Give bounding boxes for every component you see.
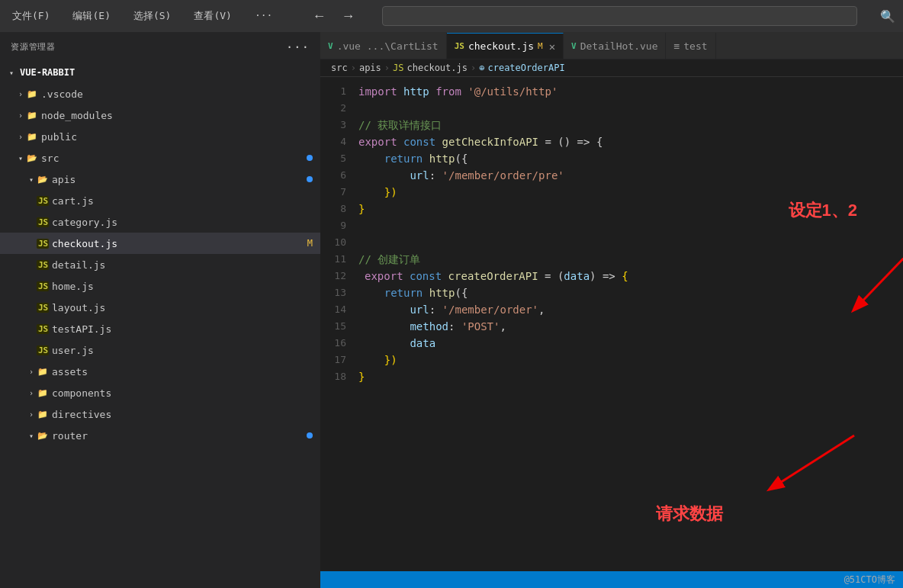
back-button[interactable]: ← xyxy=(307,7,330,26)
js-file-icon: JS xyxy=(37,194,49,207)
menu-more[interactable]: ··· xyxy=(250,6,277,26)
assets-label: assets xyxy=(52,366,88,378)
router-label: router xyxy=(52,430,88,442)
tab-detailhot[interactable]: V DetailHot.vue xyxy=(564,33,666,59)
sidebar-item-router[interactable]: ▾ 📂 router xyxy=(0,425,320,446)
directives-label: directives xyxy=(52,409,111,420)
components-label: components xyxy=(52,387,111,399)
menu-file[interactable]: 文件(F) xyxy=(8,6,54,26)
sidebar-item-assets[interactable]: › 📁 assets xyxy=(0,361,320,382)
tab-close-button[interactable]: ✕ xyxy=(549,40,555,53)
breadcrumb-apis: apis xyxy=(359,63,381,73)
svg-line-1 xyxy=(770,435,854,489)
js-file-icon: JS xyxy=(37,259,49,271)
breadcrumb-sep2: › xyxy=(384,63,390,73)
sidebar-item-vscode[interactable]: › 📁 .vscode xyxy=(0,83,320,104)
sidebar-item-cart[interactable]: JS cart.js xyxy=(0,190,320,211)
code-editor[interactable]: 1 import http from '@/utils/http' 2 3 //… xyxy=(320,77,903,571)
search-icon[interactable]: 🔍 xyxy=(880,9,895,24)
breadcrumb: src › apis › JS checkout.js › ⊕ createOr… xyxy=(320,59,903,77)
breadcrumb-file: checkout.js xyxy=(407,63,468,73)
checkout-label: checkout.js xyxy=(52,238,117,249)
code-line-13: 13 return http({ xyxy=(320,284,903,301)
src-modified-dot xyxy=(307,155,313,161)
nav-buttons: ← → xyxy=(307,7,359,26)
code-line-18: 18 } xyxy=(320,368,903,385)
folder-open-icon: 📂 xyxy=(37,429,49,442)
sidebar-item-checkout[interactable]: JS checkout.js M xyxy=(0,233,320,254)
vue-icon: V xyxy=(571,41,577,51)
js-file-icon: JS xyxy=(37,280,49,292)
breadcrumb-func: createOrderAPI xyxy=(487,63,564,73)
breadcrumb-src: src xyxy=(331,63,348,73)
menu-view[interactable]: 查看(V) xyxy=(189,6,236,26)
code-line-4: 4 export const getCheckInfoAPI = () => { xyxy=(320,133,903,150)
code-line-8: 8 } xyxy=(320,201,903,217)
menu-edit[interactable]: 编辑(E) xyxy=(68,6,114,26)
file-tree: ▾ VUE-RABBIT › 📁 .vscode › 📁 node_module… xyxy=(0,62,320,588)
titlebar: 文件(F) 编辑(E) 选择(S) 查看(V) ··· ← → 🔍 xyxy=(0,0,903,32)
folder-icon: 📁 xyxy=(26,109,38,121)
sidebar-item-public[interactable]: › 📁 public xyxy=(0,126,320,147)
code-line-14: 14 url: '/member/order', xyxy=(320,301,903,318)
category-label: category.js xyxy=(52,217,117,228)
sidebar-item-components[interactable]: › 📁 components xyxy=(0,382,320,403)
chevron-right-icon: › xyxy=(15,88,26,99)
src-label: src xyxy=(41,153,59,164)
sidebar-item-home[interactable]: JS home.js xyxy=(0,275,320,297)
modified-badge: M xyxy=(307,238,313,249)
js-file-icon: JS xyxy=(37,237,49,249)
watermark: @51CTO博客 xyxy=(844,574,895,586)
user-label: user.js xyxy=(52,345,94,356)
node-modules-label: node_modules xyxy=(41,110,113,121)
js-file-icon: JS xyxy=(37,344,49,356)
tab-checkout-label: checkout.js xyxy=(468,40,534,52)
code-line-7: 7 }) xyxy=(320,184,903,201)
search-input[interactable] xyxy=(382,6,857,26)
tab-test-label: test xyxy=(683,40,707,52)
js-icon: JS xyxy=(455,41,464,51)
sidebar-item-directives[interactable]: › 📁 directives xyxy=(0,403,320,425)
editor-area: V .vue ...\CartList JS checkout.js M ✕ V… xyxy=(320,32,903,588)
chevron-right-icon: › xyxy=(15,131,26,142)
sidebar: 资源管理器 ··· ▾ VUE-RABBIT › 📁 .vscode › 📁 n… xyxy=(0,32,320,588)
sidebar-more-button[interactable]: ··· xyxy=(286,40,310,54)
code-line-2: 2 xyxy=(320,100,903,117)
chevron-down-icon: ▾ xyxy=(26,174,37,185)
cart-label: cart.js xyxy=(52,195,94,207)
sidebar-item-apis[interactable]: ▾ 📂 apis xyxy=(0,169,320,190)
testapi-label: testAPI.js xyxy=(52,323,111,335)
breadcrumb-function-icon: ⊕ xyxy=(479,63,484,73)
chevron-right-icon: › xyxy=(26,387,37,398)
breadcrumb-js-icon: JS xyxy=(393,63,403,73)
sidebar-item-category[interactable]: JS category.js xyxy=(0,211,320,233)
sidebar-item-src[interactable]: ▾ 📂 src xyxy=(0,147,320,169)
tab-checkout[interactable]: JS checkout.js M ✕ xyxy=(447,33,564,59)
folder-icon: 📁 xyxy=(26,88,38,100)
folder-icon: 📁 xyxy=(37,365,49,378)
code-line-12: 12 export const createOrderAPI = (data) … xyxy=(320,268,903,284)
folder-open-icon: 📂 xyxy=(37,173,49,185)
chevron-right-icon: › xyxy=(26,366,37,377)
sidebar-item-testapi[interactable]: JS testAPI.js xyxy=(0,318,320,339)
breadcrumb-sep1: › xyxy=(351,63,356,73)
chevron-right-icon: › xyxy=(15,110,26,120)
sidebar-header: 资源管理器 ··· xyxy=(0,32,320,62)
sidebar-item-layout[interactable]: JS layout.js xyxy=(0,297,320,318)
code-line-17: 17 }) xyxy=(320,352,903,368)
code-line-6: 6 url: '/member/order/pre' xyxy=(320,167,903,184)
tab-test[interactable]: ≡ test xyxy=(666,33,715,59)
sidebar-item-node-modules[interactable]: › 📁 node_modules xyxy=(0,104,320,126)
tab-cartlist[interactable]: V .vue ...\CartList xyxy=(320,33,447,59)
apis-label: apis xyxy=(52,174,76,185)
sidebar-item-detail[interactable]: JS detail.js xyxy=(0,254,320,275)
forward-button[interactable]: → xyxy=(336,7,359,26)
sidebar-item-user[interactable]: JS user.js xyxy=(0,339,320,361)
code-line-1: 1 import http from '@/utils/http' xyxy=(320,83,903,100)
menu-select[interactable]: 选择(S) xyxy=(129,6,175,26)
tree-root[interactable]: ▾ VUE-RABBIT xyxy=(0,62,320,83)
tabs-bar: V .vue ...\CartList JS checkout.js M ✕ V… xyxy=(320,32,903,59)
js-file-icon: JS xyxy=(37,323,49,335)
folder-icon: 📁 xyxy=(37,408,49,420)
breadcrumb-sep3: › xyxy=(471,63,476,73)
